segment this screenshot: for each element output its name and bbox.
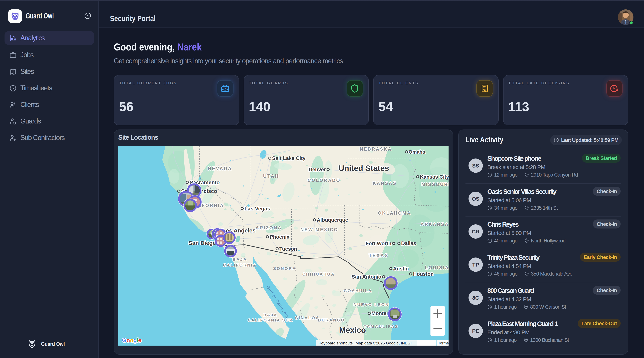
- svg-text:NEW MEXICO: NEW MEXICO: [300, 227, 338, 232]
- svg-text:OKLAHOMA: OKLAHOMA: [378, 210, 411, 216]
- svg-text:Map data ©2025 Google, INEGI: Map data ©2025 Google, INEGI: [356, 341, 412, 345]
- svg-text:Phoenix: Phoenix: [270, 234, 290, 240]
- svg-text:Austin: Austin: [393, 266, 409, 272]
- svg-text:CHIHUAHUA: CHIHUAHUA: [302, 272, 335, 277]
- svg-text:o: o: [130, 337, 133, 343]
- svg-text:COAHUILA: COAHUILA: [344, 288, 372, 293]
- svg-text:United States: United States: [338, 164, 389, 173]
- svg-text:NEBRASKA: NEBRASKA: [360, 146, 392, 152]
- svg-text:SINALOA: SINALOA: [295, 316, 320, 320]
- svg-text:San Diego: San Diego: [188, 240, 216, 246]
- svg-text:Salt Lake City: Salt Lake City: [272, 155, 306, 161]
- svg-text:Keyboard shortcuts: Keyboard shortcuts: [318, 341, 353, 345]
- svg-text:ARIZONA: ARIZONA: [256, 225, 282, 230]
- svg-text:BAJA: BAJA: [232, 257, 247, 262]
- svg-text:Kansas City: Kansas City: [420, 174, 448, 180]
- svg-text:SONORA: SONORA: [273, 266, 296, 271]
- svg-text:o: o: [126, 337, 130, 343]
- svg-text:NEVADA: NEVADA: [208, 166, 232, 171]
- svg-text:NUEVO LEON: NUEVO LEON: [354, 302, 389, 307]
- svg-text:TAMAULIPAS: TAMAULIPAS: [364, 324, 399, 329]
- svg-text:KANSAS: KANSAS: [373, 181, 397, 186]
- svg-text:Mexico: Mexico: [339, 326, 366, 335]
- svg-text:Dallas: Dallas: [401, 241, 416, 246]
- svg-text:DURANGO: DURANGO: [318, 318, 345, 323]
- svg-text:Terms: Terms: [438, 341, 448, 345]
- svg-text:Fort Worth: Fort Worth: [366, 241, 391, 246]
- svg-text:COLORADO: COLORADO: [308, 178, 340, 183]
- svg-text:Omaha: Omaha: [408, 149, 426, 155]
- svg-text:MISSOURI: MISSOURI: [422, 182, 448, 187]
- svg-text:TEXAS: TEXAS: [369, 253, 388, 258]
- svg-text:G: G: [122, 337, 126, 343]
- svg-text:Houston: Houston: [413, 271, 434, 277]
- svg-text:BAJA: BAJA: [264, 313, 278, 317]
- svg-text:Denver: Denver: [309, 167, 326, 172]
- svg-text:San Antonio: San Antonio: [352, 274, 381, 280]
- svg-text:ARKANSAS: ARKANSAS: [420, 222, 448, 227]
- svg-text:Las Vegas: Las Vegas: [244, 206, 270, 212]
- svg-text:LOUISIAN: LOUISIAN: [425, 265, 448, 270]
- svg-text:Tucson: Tucson: [280, 246, 297, 252]
- svg-text:Albuquerque: Albuquerque: [317, 217, 348, 223]
- svg-text:CALIFORNIA: CALIFORNIA: [223, 263, 257, 268]
- svg-text:e: e: [138, 337, 142, 343]
- svg-text:UTAH: UTAH: [263, 173, 279, 179]
- svg-text:g: g: [133, 337, 137, 343]
